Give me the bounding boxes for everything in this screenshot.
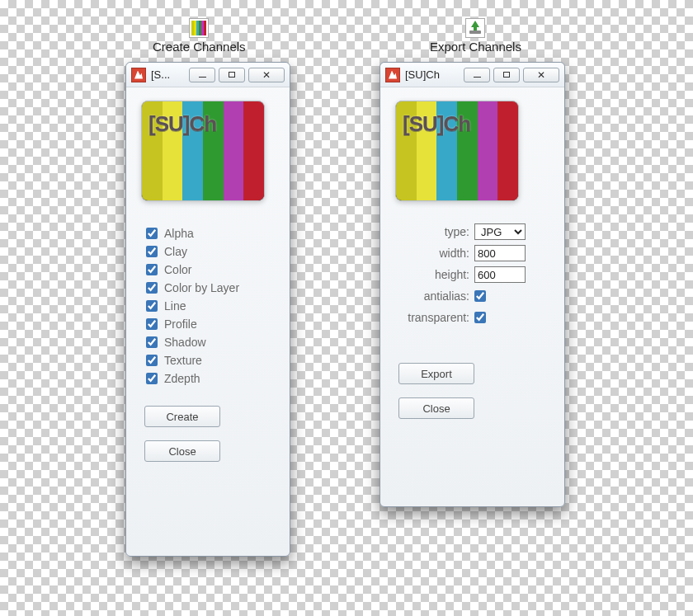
- transparent-checkbox[interactable]: [474, 312, 486, 323]
- type-row: type: JPG: [392, 221, 553, 242]
- titlebar[interactable]: [SU]Ch ✕: [380, 63, 564, 87]
- channel-checkbox[interactable]: [146, 336, 158, 348]
- channel-row: Zdepth: [146, 369, 278, 388]
- channel-row: Alpha: [146, 224, 278, 242]
- transparent-row: transparent:: [392, 307, 553, 328]
- type-select[interactable]: JPG: [474, 223, 526, 240]
- channel-label: Profile: [164, 317, 197, 331]
- titlebar[interactable]: [S... ✕: [126, 63, 290, 87]
- antialias-label: antialias:: [392, 289, 474, 303]
- width-row: width:: [392, 242, 553, 264]
- color-bars-icon[interactable]: [189, 18, 209, 38]
- channel-checkbox[interactable]: [146, 300, 158, 312]
- minimize-button[interactable]: [464, 68, 490, 82]
- channel-checkbox[interactable]: [146, 282, 158, 294]
- channel-label: Line: [164, 299, 186, 313]
- create-button[interactable]: Create: [144, 406, 220, 427]
- channel-label: Color by Layer: [164, 281, 239, 294]
- channel-checkbox[interactable]: [146, 318, 158, 330]
- logo-text: [SU]Ch: [403, 111, 470, 137]
- channel-checkbox[interactable]: [146, 264, 158, 275]
- maximize-button[interactable]: [219, 68, 245, 82]
- close-button[interactable]: Close: [144, 440, 220, 462]
- antialias-checkbox[interactable]: [474, 290, 486, 302]
- window-close-button[interactable]: ✕: [248, 68, 285, 82]
- create-channels-window: [S... ✕ [SU]Ch AlphaClayColorColor by La…: [125, 62, 290, 557]
- close-button[interactable]: Close: [398, 397, 474, 419]
- width-label: width:: [392, 247, 474, 260]
- height-input[interactable]: [474, 266, 526, 283]
- export-channels-label: Export Channels: [430, 40, 521, 54]
- maximize-button[interactable]: [493, 68, 520, 82]
- window-close-button[interactable]: ✕: [523, 68, 559, 82]
- export-button[interactable]: Export: [398, 363, 474, 384]
- channel-row: Texture: [146, 351, 278, 369]
- channel-checkbox-list: AlphaClayColorColor by LayerLineProfileS…: [146, 224, 278, 388]
- channel-label: Zdepth: [164, 372, 200, 385]
- create-channels-tool: Create Channels: [153, 18, 246, 54]
- window-title: [SU]Ch: [405, 68, 440, 81]
- create-channels-label: Create Channels: [153, 40, 246, 54]
- channel-row: Color by Layer: [146, 279, 278, 297]
- export-channels-tool: Export Channels: [430, 18, 521, 54]
- minimize-button[interactable]: [189, 68, 215, 82]
- sketchup-icon: [131, 68, 146, 82]
- such-logo: [SU]Ch: [141, 101, 265, 201]
- window-title: [S...: [151, 68, 170, 81]
- export-channels-window: [SU]Ch ✕ [SU]Ch type: JPG width: height:: [380, 62, 565, 507]
- channel-checkbox[interactable]: [146, 246, 158, 257]
- channel-row: Clay: [146, 242, 278, 261]
- channel-label: Clay: [164, 245, 187, 258]
- such-logo: [SU]Ch: [395, 101, 519, 201]
- type-label: type:: [392, 225, 474, 238]
- logo-text: [SU]Ch: [148, 111, 216, 137]
- sketchup-icon: [385, 68, 400, 82]
- channel-checkbox[interactable]: [146, 228, 158, 239]
- channel-row: Shadow: [146, 333, 278, 351]
- channel-label: Shadow: [164, 336, 206, 349]
- channel-label: Alpha: [164, 227, 194, 240]
- width-input[interactable]: [474, 245, 526, 261]
- channel-row: Line: [146, 297, 278, 315]
- height-label: height:: [392, 268, 474, 281]
- channel-checkbox[interactable]: [146, 373, 158, 384]
- export-arrow-icon[interactable]: [465, 18, 485, 38]
- antialias-row: antialias:: [392, 285, 553, 307]
- channel-label: Color: [164, 263, 191, 276]
- height-row: height:: [392, 264, 553, 285]
- channel-row: Color: [146, 261, 278, 279]
- channel-row: Profile: [146, 315, 278, 333]
- channel-checkbox[interactable]: [146, 355, 158, 366]
- transparent-label: transparent:: [392, 311, 474, 324]
- channel-label: Texture: [164, 354, 202, 367]
